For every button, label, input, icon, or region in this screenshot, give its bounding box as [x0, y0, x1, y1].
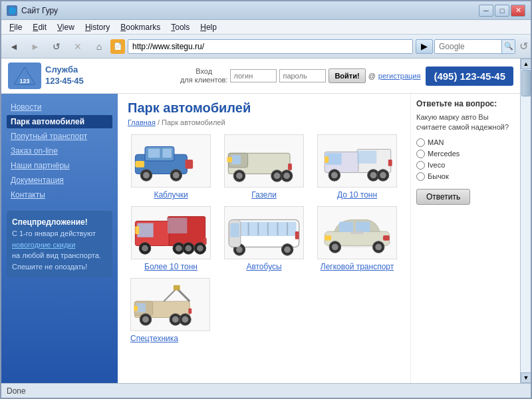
scroll-up-arrow[interactable]: ▲	[521, 59, 531, 69]
svg-point-19	[274, 173, 281, 180]
svg-rect-11	[135, 161, 144, 168]
vehicle-link-big-truck[interactable]: Более 10 тонн	[144, 262, 198, 271]
registration-link[interactable]: регистрация	[378, 72, 421, 80]
sidebar-link-poputny[interactable]: Попутный транспорт	[7, 130, 112, 143]
status-bar: Done	[1, 383, 531, 398]
promo-link[interactable]: новогодние скидки	[12, 241, 75, 249]
poll-option-bychok: Бычок	[416, 172, 515, 181]
menu-help[interactable]: Help	[195, 21, 222, 33]
poll-submit-button[interactable]: Ответить	[416, 189, 470, 205]
poll-radio-iveco[interactable]	[416, 161, 425, 170]
svg-point-62	[284, 246, 291, 253]
sidebar: Новости Парк автомобилей Попутный трансп…	[1, 94, 118, 383]
svg-rect-58	[287, 222, 288, 235]
logo-area: 123 Служба 123·45·45	[8, 63, 84, 89]
menu-edit[interactable]: Edit	[27, 21, 52, 33]
search-box: 🔍	[434, 39, 515, 54]
vehicle-item-10t: До 10 тонн	[314, 134, 400, 200]
menu-bookmarks[interactable]: Bookmarks	[115, 21, 166, 33]
svg-rect-73	[325, 235, 331, 241]
sidebar-link-novosti[interactable]: Новости	[7, 100, 112, 114]
poll-option-man: MAN	[416, 138, 515, 147]
vehicle-img-10t	[317, 134, 397, 188]
svg-text:123: 123	[19, 78, 29, 84]
login-label: Вход для клиентов:	[180, 67, 227, 84]
poll-label-mercedes: Mercedes	[428, 150, 460, 158]
vehicle-link-car[interactable]: Легковой транспорт	[321, 262, 394, 271]
breadcrumb: Главная / Парк автомобилей	[128, 118, 400, 126]
svg-rect-68	[356, 221, 370, 232]
sidebar-link-dokumentaciya[interactable]: Документация	[7, 174, 112, 187]
forward-button[interactable]: ►	[25, 38, 45, 55]
vehicle-link-bus[interactable]: Автобусы	[246, 262, 281, 271]
refresh-indicator: ↺	[519, 40, 528, 53]
svg-rect-89	[188, 309, 192, 314]
sidebar-link-park[interactable]: Парк автомобилей	[7, 115, 112, 128]
browser-icon: 🌐	[7, 5, 17, 16]
close-button[interactable]: ✕	[511, 5, 525, 17]
vehicle-item-car: Легковой транспорт	[314, 206, 400, 271]
search-input[interactable]	[435, 40, 501, 53]
sidebar-item-partnery: Наши партнёры	[7, 159, 112, 172]
poll-question: Какую марку авто Вы считаете самой надеж…	[416, 112, 515, 133]
vehicle-link-spec[interactable]: Спецтехника	[130, 334, 178, 343]
vehicle-link-gazeli[interactable]: Газели	[251, 190, 277, 200]
maximize-button[interactable]: □	[495, 5, 509, 17]
svg-rect-57	[277, 222, 279, 235]
title-bar: 🌐 Сайт Гуру ─ □ ✕	[1, 1, 531, 20]
vehicle-link-10t[interactable]: До 10 тонн	[337, 190, 377, 200]
vehicle-item-kabluchki: Каблучки	[128, 134, 214, 200]
svg-rect-22	[288, 164, 292, 170]
vehicle-img-gazeli	[224, 134, 304, 188]
vehicle-link-kabluchki[interactable]: Каблучки	[154, 190, 188, 200]
scroll-thumb[interactable]	[521, 70, 531, 96]
sidebar-link-partnery[interactable]: Наши партнёры	[7, 159, 112, 172]
sidebar-item-park: Парк автомобилей	[7, 115, 112, 128]
breadcrumb-home[interactable]: Главная	[128, 118, 156, 126]
login-button[interactable]: Войти!	[329, 68, 365, 83]
svg-point-7	[143, 172, 150, 179]
svg-rect-82	[174, 285, 180, 291]
browser-window: 🌐 Сайт Гуру ─ □ ✕ File Edit View History…	[0, 0, 532, 399]
scroll-down-arrow[interactable]: ▼	[521, 372, 531, 383]
menu-tools[interactable]: Tools	[166, 21, 195, 33]
poll-radio-man[interactable]	[416, 138, 425, 147]
address-input[interactable]	[128, 39, 413, 54]
vehicle-img-bus	[224, 206, 304, 259]
password-input[interactable]	[279, 69, 326, 82]
page-icon: 📄	[110, 39, 125, 54]
poll-label-bychok: Бычок	[428, 172, 449, 180]
stop-button[interactable]: ✕	[68, 38, 88, 55]
menu-file[interactable]: File	[4, 21, 27, 33]
home-button[interactable]: ⌂	[89, 38, 109, 55]
poll-radio-bychok[interactable]	[416, 172, 425, 181]
sidebar-link-zakaz[interactable]: Заказ on-line	[7, 144, 112, 158]
vehicle-img-kabluchki	[131, 134, 211, 188]
search-button[interactable]: 🔍	[501, 40, 515, 53]
promo-text3: Спешите не опоздать!	[12, 263, 87, 271]
svg-point-84	[142, 317, 149, 323]
menu-view[interactable]: View	[52, 21, 80, 33]
svg-rect-5	[162, 148, 172, 158]
poll-title: Ответьте на вопрос:	[416, 99, 515, 108]
back-button[interactable]: ◄	[4, 38, 24, 55]
minimize-button[interactable]: ─	[479, 5, 493, 17]
vehicle-item-big-truck: Более 10 тонн	[128, 206, 214, 271]
menu-history[interactable]: History	[80, 21, 115, 33]
sidebar-link-kontakty[interactable]: Контакты	[7, 188, 112, 201]
refresh-button[interactable]: ↺	[47, 38, 66, 55]
svg-rect-4	[148, 148, 160, 158]
toolbar: ◄ ► ↺ ✕ ⌂ 📄 ▶ 🔍 ↺	[1, 35, 531, 59]
svg-point-41	[142, 245, 148, 252]
go-button[interactable]: ▶	[416, 39, 433, 54]
promo-text1: С 1-го января действуют	[12, 229, 96, 237]
svg-point-9	[173, 172, 180, 179]
svg-point-21	[283, 173, 290, 180]
sidebar-item-kontakty: Контакты	[7, 188, 112, 201]
svg-rect-74	[383, 235, 390, 241]
poll-radio-mercedes[interactable]	[416, 150, 425, 158]
svg-rect-34	[388, 160, 392, 166]
svg-point-31	[370, 172, 377, 179]
login-input[interactable]	[230, 69, 277, 82]
vehicle-img-big-truck	[131, 206, 211, 259]
